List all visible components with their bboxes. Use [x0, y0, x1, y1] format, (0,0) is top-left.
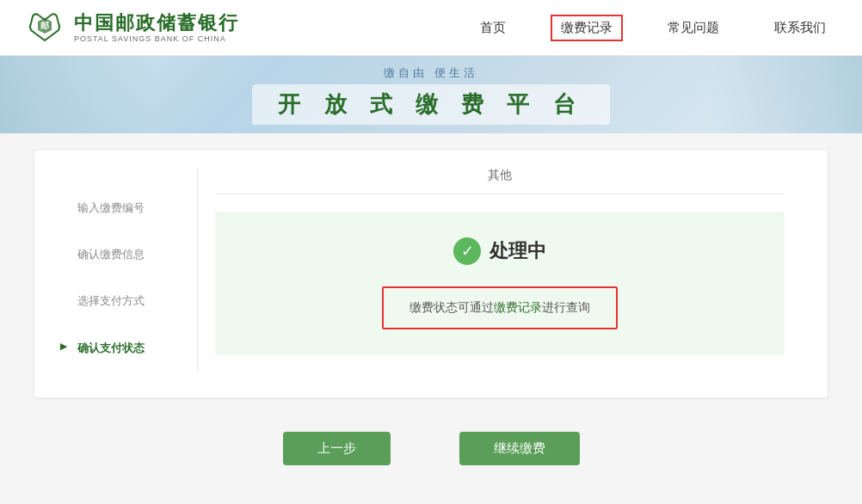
step-4: 确认支付状态	[60, 325, 197, 372]
step-1: 输入缴费编号	[60, 185, 197, 231]
nav-records[interactable]: 缴费记录	[551, 15, 623, 41]
step-3: 选择支付方式	[60, 278, 197, 324]
back-button[interactable]: 上一步	[283, 432, 391, 465]
svg-text:邮: 邮	[40, 21, 49, 30]
info-text-after: 进行查询	[542, 300, 590, 314]
header: 邮 中国邮政储蓄银行 POSTAL SAVINGS BANK OF CHINA …	[0, 0, 862, 56]
nav-home[interactable]: 首页	[470, 15, 516, 41]
status-check-icon: ✓	[453, 237, 481, 265]
banner: 缴自由 便生活 开 放 式 缴 费 平 台	[0, 56, 862, 133]
nav-contact[interactable]: 联系我们	[764, 15, 836, 41]
banner-content: 缴自由 便生活 开 放 式 缴 费 平 台	[252, 65, 609, 125]
bank-logo-icon: 邮	[26, 8, 65, 47]
banner-bg-right	[707, 56, 862, 133]
banner-slogan: 缴自由 便生活	[252, 65, 609, 81]
content-right: 其他 ✓ 处理中 缴费状态可通过缴费记录进行查询	[198, 168, 802, 372]
info-text-before: 缴费状态可通过	[409, 300, 494, 314]
status-text: 处理中	[489, 238, 546, 264]
button-area: 上一步 继续缴费	[34, 423, 828, 482]
main-nav: 首页 缴费记录 常见问题 联系我们	[470, 15, 836, 41]
banner-bg-left	[0, 56, 155, 133]
status-processing: ✓ 处理中	[232, 237, 767, 265]
records-link[interactable]: 缴费记录	[494, 300, 542, 314]
banner-title: 开 放 式 缴 费 平 台	[252, 84, 609, 125]
main-container: 输入缴费编号 确认缴费信息 选择支付方式 确认支付状态 其他 ✓ 处理中	[0, 133, 862, 504]
nav-faq[interactable]: 常见问题	[657, 15, 730, 41]
info-box: 缴费状态可通过缴费记录进行查询	[382, 286, 618, 329]
status-area: ✓ 处理中 缴费状态可通过缴费记录进行查询	[215, 212, 785, 355]
section-title: 其他	[215, 168, 785, 194]
logo-text-cn: 中国邮政储蓄银行	[74, 12, 239, 34]
content-card: 输入缴费编号 确认缴费信息 选择支付方式 确认支付状态 其他 ✓ 处理中	[34, 151, 828, 397]
step-2: 确认缴费信息	[60, 231, 197, 278]
steps-sidebar: 输入缴费编号 确认缴费信息 选择支付方式 确认支付状态	[60, 168, 198, 372]
continue-button[interactable]: 继续缴费	[459, 432, 580, 465]
logo-text-en: POSTAL SAVINGS BANK OF CHINA	[74, 34, 239, 43]
logo-text-group: 中国邮政储蓄银行 POSTAL SAVINGS BANK OF CHINA	[74, 12, 239, 43]
logo-area: 邮 中国邮政储蓄银行 POSTAL SAVINGS BANK OF CHINA	[26, 8, 239, 47]
